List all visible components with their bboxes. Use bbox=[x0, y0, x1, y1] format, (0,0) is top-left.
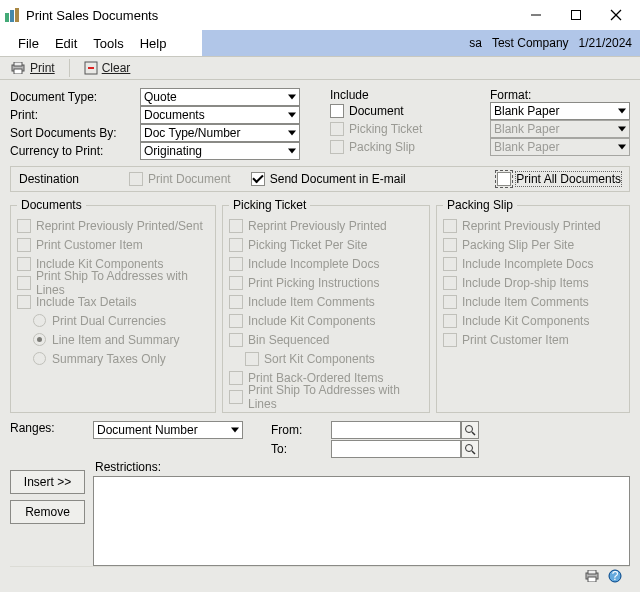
doc-customer-item-check bbox=[17, 238, 31, 252]
doc-lineitem-radio bbox=[33, 333, 46, 346]
clear-icon bbox=[84, 61, 98, 75]
svg-rect-4 bbox=[572, 11, 581, 20]
currency-select[interactable]: Originating bbox=[140, 142, 300, 160]
sort-select[interactable]: Doc Type/Number bbox=[140, 124, 300, 142]
documents-group: Documents Reprint Previously Printed/Sen… bbox=[10, 198, 216, 413]
context-company: Test Company bbox=[492, 36, 569, 50]
format-header: Format: bbox=[490, 88, 630, 102]
pick-backordered-check bbox=[229, 371, 243, 385]
remove-button[interactable]: Remove bbox=[10, 500, 85, 524]
pick-shipto-check bbox=[229, 390, 243, 404]
label-sort: Sort Documents By: bbox=[10, 125, 140, 141]
destination-bar: Destination Print Document Send Document… bbox=[10, 166, 630, 192]
label-currency: Currency to Print: bbox=[10, 143, 140, 159]
format1-select[interactable]: Blank Paper bbox=[490, 102, 630, 120]
lookup-icon bbox=[464, 424, 476, 436]
help-status-icon[interactable]: ? bbox=[608, 569, 622, 586]
svg-rect-8 bbox=[14, 62, 22, 66]
close-button[interactable] bbox=[596, 0, 636, 30]
from-lookup-button[interactable] bbox=[461, 421, 479, 439]
pack-dropship-check bbox=[443, 276, 457, 290]
app-icon bbox=[4, 7, 20, 23]
maximize-button[interactable] bbox=[556, 0, 596, 30]
svg-rect-18 bbox=[588, 577, 596, 582]
svg-line-13 bbox=[472, 432, 475, 435]
titlebar: Print Sales Documents bbox=[0, 0, 640, 30]
pick-bin-check bbox=[229, 333, 243, 347]
svg-rect-0 bbox=[5, 13, 9, 22]
doc-summary-radio bbox=[33, 352, 46, 365]
insert-button[interactable]: Insert >> bbox=[10, 470, 85, 494]
minimize-button[interactable] bbox=[516, 0, 556, 30]
pick-incomplete-check bbox=[229, 257, 243, 271]
window-title: Print Sales Documents bbox=[26, 8, 158, 23]
pack-reprint-check bbox=[443, 219, 457, 233]
doc-type-select[interactable]: Quote bbox=[140, 88, 300, 106]
menu-file[interactable]: File bbox=[10, 34, 47, 53]
to-lookup-button[interactable] bbox=[461, 440, 479, 458]
svg-rect-1 bbox=[10, 10, 14, 22]
print-document-check bbox=[129, 172, 143, 186]
to-input[interactable] bbox=[331, 440, 461, 458]
print-select[interactable]: Documents bbox=[140, 106, 300, 124]
printer-icon bbox=[10, 62, 26, 74]
menu-edit[interactable]: Edit bbox=[47, 34, 85, 53]
pack-kit-check bbox=[443, 314, 457, 328]
destination-label: Destination bbox=[19, 172, 109, 186]
pick-kit-check bbox=[229, 314, 243, 328]
label-doc-type: Document Type: bbox=[10, 89, 140, 105]
include-header: Include bbox=[330, 88, 470, 102]
svg-text:?: ? bbox=[612, 569, 619, 583]
restrictions-listbox[interactable] bbox=[93, 476, 630, 566]
pack-persite-check bbox=[443, 238, 457, 252]
include-picking-check bbox=[330, 122, 344, 136]
pick-instructions-check bbox=[229, 276, 243, 290]
context-date: 1/21/2024 bbox=[579, 36, 632, 50]
packing-group: Packing Slip Reprint Previously Printed … bbox=[436, 198, 630, 413]
svg-point-12 bbox=[466, 426, 473, 433]
pick-sortkit-check bbox=[245, 352, 259, 366]
pack-customeritem-check bbox=[443, 333, 457, 347]
doc-reprint-check bbox=[17, 219, 31, 233]
label-print: Print: bbox=[10, 107, 140, 123]
format3-select: Blank Paper bbox=[490, 138, 630, 156]
doc-dual-radio bbox=[33, 314, 46, 327]
send-email-check[interactable] bbox=[251, 172, 265, 186]
from-input[interactable] bbox=[331, 421, 461, 439]
pick-comments-check bbox=[229, 295, 243, 309]
svg-line-15 bbox=[472, 451, 475, 454]
pack-incomplete-check bbox=[443, 257, 457, 271]
restrictions-label: Restrictions: bbox=[93, 460, 630, 474]
picking-group: Picking Ticket Reprint Previously Printe… bbox=[222, 198, 430, 413]
print-status-icon[interactable] bbox=[584, 570, 600, 585]
svg-rect-2 bbox=[15, 8, 19, 22]
clear-button[interactable]: Clear bbox=[80, 60, 135, 76]
include-packing-check bbox=[330, 140, 344, 154]
doc-shipto-check bbox=[17, 276, 31, 290]
range-select[interactable]: Document Number bbox=[93, 421, 243, 439]
menu-tools[interactable]: Tools bbox=[85, 34, 131, 53]
from-label: From: bbox=[271, 423, 331, 437]
print-all-check[interactable] bbox=[497, 172, 511, 186]
context-user: sa bbox=[469, 36, 482, 50]
status-bar: ? bbox=[10, 566, 630, 588]
menu-help[interactable]: Help bbox=[132, 34, 175, 53]
print-button[interactable]: Print bbox=[6, 60, 59, 76]
format2-select: Blank Paper bbox=[490, 120, 630, 138]
svg-rect-17 bbox=[588, 570, 596, 574]
svg-point-14 bbox=[466, 445, 473, 452]
toolbar: Print Clear bbox=[0, 56, 640, 80]
svg-rect-9 bbox=[14, 69, 22, 74]
pick-reprint-check bbox=[229, 219, 243, 233]
pack-comments-check bbox=[443, 295, 457, 309]
lookup-icon bbox=[464, 443, 476, 455]
pick-persite-check bbox=[229, 238, 243, 252]
to-label: To: bbox=[271, 442, 331, 456]
ranges-label: Ranges: bbox=[10, 421, 85, 435]
doc-tax-check bbox=[17, 295, 31, 309]
include-document-check[interactable] bbox=[330, 104, 344, 118]
doc-kit-check bbox=[17, 257, 31, 271]
menubar: File Edit Tools Help sa Test Company 1/2… bbox=[0, 30, 640, 56]
